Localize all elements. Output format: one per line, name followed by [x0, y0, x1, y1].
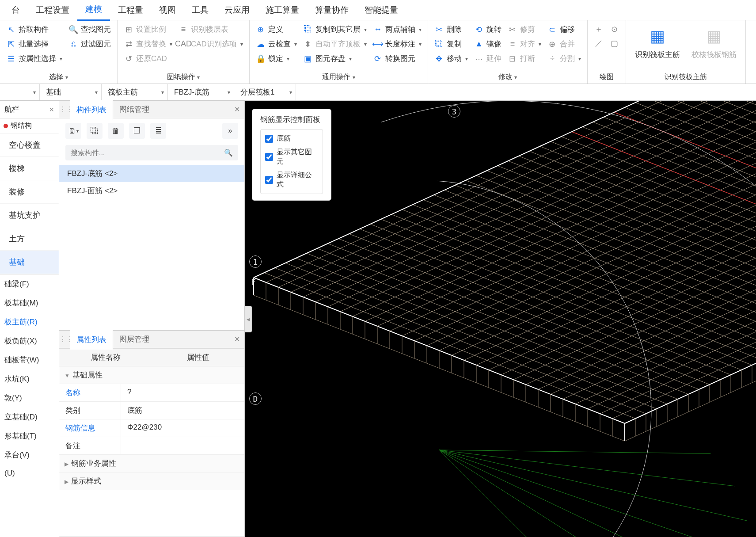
ribbon-button[interactable]: ↔两点辅轴▾: [371, 23, 423, 36]
more-button[interactable]: »: [222, 123, 238, 139]
property-row[interactable]: 类别底筋: [59, 402, 244, 419]
ribbon-group-label: 选择 ▾: [4, 71, 113, 83]
nav-subitem[interactable]: 板负筋(X): [0, 331, 59, 350]
tab-component-list[interactable]: 构件列表: [70, 100, 113, 120]
close-icon[interactable]: ✕: [234, 335, 240, 343]
ribbon-icon: ☰: [6, 54, 16, 64]
search-box[interactable]: 🔍: [65, 145, 238, 160]
viewport-3d[interactable]: ◂ 钢筋显示控制面板 底筋显示其它图元显示详细公式 3 1 F D: [245, 101, 756, 537]
ribbon-icon: ☁: [256, 39, 266, 49]
nav-subitem[interactable]: 础梁(F): [0, 274, 59, 293]
nav-subitem[interactable]: 承台(V): [0, 446, 59, 465]
ribbon-button[interactable]: ☰按属性选择▾: [4, 52, 64, 65]
ribbon-icon: 🔒: [256, 54, 266, 64]
checkbox[interactable]: [265, 135, 273, 143]
ribbon-button[interactable]: ⟳转换图元: [371, 52, 423, 65]
checkbox-row[interactable]: 显示其它图元: [265, 148, 318, 166]
nav-subitem[interactable]: 础板带(W): [0, 350, 59, 369]
checkbox[interactable]: [265, 153, 273, 161]
ribbon-button: ⇄查找替换▾: [122, 38, 174, 50]
nav-marker-row[interactable]: 钢结构: [0, 118, 59, 133]
ribbon-button[interactable]: ⟲旋转: [472, 23, 503, 36]
edge-expand-tab[interactable]: ◂: [245, 306, 252, 332]
main-area: 航栏 ✕ 钢结构 空心楼盖楼梯装修基坑支护土方基础 础梁(F)板基础(M)板主筋…: [0, 101, 756, 537]
search-input[interactable]: [71, 149, 224, 157]
delete-button[interactable]: 🗑: [108, 123, 124, 139]
property-group-header[interactable]: ▶钢筋业务属性: [59, 455, 244, 472]
grip-icon[interactable]: ⋮⋮: [59, 335, 70, 343]
menu-item[interactable]: 工程量: [110, 0, 151, 20]
svg-line-18: [444, 190, 756, 336]
nav-title: 航栏: [4, 104, 19, 114]
nav-subitem[interactable]: 板基础(M): [0, 293, 59, 312]
checkbox-row[interactable]: 显示详细公式: [265, 171, 318, 189]
selector-dropdown[interactable]: 筏板主筋▾: [102, 84, 168, 100]
menu-item[interactable]: 台: [4, 0, 28, 20]
menu-item[interactable]: 建模: [77, 0, 110, 21]
ribbon-button[interactable]: ⿻复制: [433, 38, 470, 50]
selector-dropdown[interactable]: FBZJ-底筋▾: [168, 84, 234, 100]
tab-layer-mgmt[interactable]: 图层管理: [113, 330, 156, 349]
ribbon-button[interactable]: ▲镜像: [472, 38, 503, 50]
new-button[interactable]: 🗎 ▾: [65, 123, 81, 139]
ribbon-big-button[interactable]: ▦识别筏板主筋: [631, 23, 684, 62]
nav-subitem[interactable]: (U): [0, 465, 59, 482]
ribbon-button[interactable]: ⟷长度标注▾: [371, 38, 423, 50]
property-row[interactable]: 名称?: [59, 384, 244, 402]
menu-item[interactable]: 智能提量: [357, 0, 406, 20]
menu-item[interactable]: 算量协作: [307, 0, 357, 20]
menu-item[interactable]: 视图: [151, 0, 184, 20]
ribbon-button[interactable]: ⊂偏移: [546, 23, 583, 36]
header-value: 属性值: [152, 349, 245, 366]
nav-item[interactable]: 装修: [0, 180, 59, 204]
nav-item[interactable]: 楼梯: [0, 157, 59, 180]
nav-item[interactable]: 空心楼盖: [0, 133, 59, 157]
nav-subitem[interactable]: 水坑(K): [0, 369, 59, 388]
tab-drawing-mgmt[interactable]: 图纸管理: [113, 100, 156, 119]
ribbon-icon: ▢: [610, 38, 619, 48]
list-item[interactable]: FBZJ-底筋 <2>: [59, 165, 244, 182]
property-row[interactable]: 钢筋信息Φ22@230: [59, 419, 244, 437]
ribbon-button[interactable]: ⊕定义: [254, 23, 299, 36]
ribbon-button[interactable]: ▣图元存盘▾: [301, 52, 369, 65]
checkbox[interactable]: [265, 176, 273, 184]
list-item[interactable]: FBZJ-面筋 <2>: [59, 182, 244, 199]
ribbon-button[interactable]: ⿻复制到其它层▾: [301, 23, 369, 36]
nav-item[interactable]: 基坑支护: [0, 204, 59, 227]
property-group-header[interactable]: ▼基础属性: [59, 366, 244, 384]
menu-item[interactable]: 工具: [184, 0, 217, 20]
ribbon-icon: ÷: [547, 54, 557, 64]
ribbon-button[interactable]: ↖拾取构件: [4, 23, 64, 36]
ribbon-button[interactable]: ☁云检查▾: [254, 38, 299, 50]
menu-item[interactable]: 云应用: [217, 0, 258, 20]
selector-dropdown[interactable]: ▾: [0, 84, 40, 100]
grip-icon[interactable]: ⋮⋮: [59, 105, 70, 114]
nav-subitem[interactable]: 敦(Y): [0, 388, 59, 408]
ribbon-button[interactable]: ✥移动▾: [433, 52, 470, 65]
nav-subitem[interactable]: 形基础(T): [0, 427, 59, 446]
tab-property-list[interactable]: 属性列表: [70, 330, 113, 350]
ribbon-button[interactable]: 🔒锁定▾: [254, 52, 299, 65]
nav-subitem[interactable]: 立基础(D): [0, 408, 59, 427]
ribbon-button[interactable]: 🔍查找图元: [67, 23, 113, 36]
nav-item[interactable]: 基础: [0, 251, 59, 274]
svg-line-163: [625, 217, 756, 441]
property-group-header[interactable]: ▶显示样式: [59, 472, 244, 490]
nav-subitem[interactable]: 板主筋(R): [0, 312, 59, 331]
ribbon-button[interactable]: ✂删除: [433, 23, 470, 36]
menu-item[interactable]: 工程设置: [28, 0, 77, 20]
duplicate-button[interactable]: ❐: [129, 123, 145, 139]
menu-item[interactable]: 施工算量: [258, 0, 307, 20]
layer-button[interactable]: ≣: [150, 123, 166, 139]
ribbon-button[interactable]: ⎌过滤图元: [67, 38, 113, 50]
selector-dropdown[interactable]: 分层筏板1▾: [234, 84, 296, 100]
ribbon-button[interactable]: ⇱批量选择: [4, 38, 64, 50]
nav-item[interactable]: 土方: [0, 227, 59, 251]
svg-line-69: [526, 161, 756, 385]
checkbox-row[interactable]: 底筋: [265, 134, 318, 143]
close-icon[interactable]: ✕: [49, 106, 54, 113]
close-icon[interactable]: ✕: [234, 105, 240, 114]
copy-button[interactable]: ⿻: [87, 123, 103, 139]
selector-dropdown[interactable]: 基础▾: [40, 84, 102, 100]
property-row[interactable]: 备注: [59, 437, 244, 455]
